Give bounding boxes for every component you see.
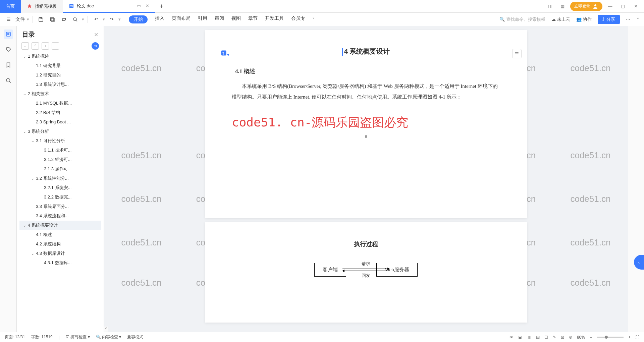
outline-item[interactable]: 3.2.2 数据完... (19, 192, 101, 202)
undo-icon[interactable]: ↶ (91, 15, 101, 24)
tab-document[interactable]: W 论文.doc ▭ ✕ (63, 0, 155, 13)
collapse-ribbon-icon[interactable]: ⌃ (636, 17, 640, 22)
outline-item[interactable]: 3.1.3 操作可... (19, 164, 101, 174)
outline-item[interactable]: 1.3 系统设计思... (19, 80, 101, 89)
outline-item[interactable]: 3.2.1 系统安... (19, 183, 101, 192)
outline-item[interactable]: ⌄2 相关技术 (19, 89, 101, 99)
cloud-status[interactable]: ☁未上云 (551, 16, 570, 22)
outline-icon[interactable] (4, 30, 13, 39)
outline-mode-icon[interactable]: ✎ (553, 335, 556, 340)
search-panel-icon[interactable] (4, 76, 13, 85)
tab-devtools[interactable]: 开发工具 (265, 15, 284, 23)
body-paragraph: 本系统采用 B/S 结构(Browser/Server, 浏览器/服务器结构) … (232, 81, 500, 102)
outline-item[interactable]: 3.3 系统界面分... (19, 202, 101, 211)
zoom-fit-icon[interactable]: ⊡ (561, 335, 564, 340)
outline-item[interactable]: 4.1 概述 (19, 230, 101, 239)
page-indicator[interactable]: 页面: 12/31 (5, 334, 25, 340)
menu-icon[interactable]: ☰ (4, 15, 13, 24)
zoom-level[interactable]: 80% (577, 335, 585, 340)
outline-item[interactable]: 1.1 研究背景 (19, 61, 101, 70)
close-outline-icon[interactable]: ✕ (94, 32, 98, 38)
compat-mode[interactable]: 兼容模式 (127, 334, 143, 340)
focus-mode-icon[interactable]: ▣ (518, 335, 522, 340)
redo-icon[interactable]: ↷ (107, 15, 116, 24)
tab-home[interactable]: 首页 (0, 0, 21, 13)
share-button[interactable]: ⤴分享 (598, 15, 620, 24)
save-as-icon[interactable] (48, 15, 57, 24)
collab-icon: 👥 (576, 17, 582, 22)
read-mode-icon[interactable]: ▯▯ (527, 335, 531, 340)
close-icon[interactable]: ✕ (146, 3, 149, 8)
tab-insert[interactable]: 插入 (155, 15, 164, 23)
fullscreen-icon[interactable]: ⛶ (635, 335, 639, 340)
print-icon[interactable] (59, 15, 68, 24)
paragraph-icon[interactable]: ¶▾ (220, 50, 229, 57)
tab-references[interactable]: 引用 (198, 15, 207, 23)
tab-review[interactable]: 审阅 (215, 15, 224, 23)
maximize-icon[interactable]: ▢ (618, 1, 628, 11)
tab-start[interactable]: 开始 (129, 15, 148, 23)
outline-item[interactable]: ⌄3.1 可行性分析 (19, 136, 101, 146)
collapse-all-icon[interactable]: ⌄ (21, 42, 29, 50)
file-menu[interactable]: 文件 (15, 16, 25, 22)
tag-icon[interactable] (4, 45, 13, 54)
outline-item[interactable]: ⌄4.3 数据库设计 (19, 249, 101, 258)
status-bar: 页面: 12/31 字数: 11519 | ☑ 拼写检查 ▾ 🔍 内容检查 ▾ … (0, 332, 644, 342)
scroll-top-icon[interactable]: ⌃ (104, 327, 108, 332)
zoom-out-icon[interactable]: − (590, 335, 592, 340)
save-icon[interactable] (36, 15, 46, 24)
outline-settings-icon[interactable]: ⟲ (92, 42, 99, 50)
outline-item[interactable]: ⌄3 系统分析 (19, 127, 101, 136)
cloud-icon: ☁ (551, 17, 556, 22)
outline-item[interactable]: 4.2 系统结构 (19, 239, 101, 249)
outline-item[interactable]: 2.2 B/S 结构 (19, 108, 101, 117)
preview-icon[interactable] (70, 15, 80, 24)
tab-member[interactable]: 会员专 (291, 15, 305, 23)
watermark-text: code51. cn-源码乐园盗图必究 (232, 114, 500, 131)
docer-icon (27, 4, 32, 9)
tab-present-icon[interactable]: ▭ (137, 3, 141, 8)
tab-page-layout[interactable]: 页面布局 (172, 15, 191, 23)
remove-heading-icon[interactable]: − (52, 42, 59, 50)
close-window-icon[interactable]: ✕ (631, 1, 641, 11)
bookmark-icon[interactable] (4, 60, 13, 70)
search-input[interactable]: 🔍 查找命令、搜索模板 (499, 16, 545, 22)
outline-item[interactable]: 2.3 Spring Boot ... (19, 117, 101, 127)
zoom-in-icon[interactable]: + (628, 335, 631, 340)
apps-icon[interactable]: ▦ (557, 1, 568, 11)
minimize-icon[interactable]: — (605, 1, 615, 11)
outline-item[interactable]: 3.4 系统流程和... (19, 211, 101, 221)
zoom-icon[interactable]: ⊙ (569, 335, 572, 340)
svg-rect-6 (62, 19, 65, 20)
outline-item[interactable]: 3.1.1 技术可... (19, 146, 101, 155)
diagram-title: 执行过程 (232, 240, 500, 248)
outline-item[interactable]: 3.1.2 经济可... (19, 155, 101, 164)
expand-all-icon[interactable]: ⌃ (32, 42, 39, 50)
tab-chapter[interactable]: 章节 (248, 15, 258, 23)
eye-mode-icon[interactable]: 👁 (509, 335, 514, 340)
spell-check-button[interactable]: ☑ 拼写检查 ▾ (66, 334, 90, 340)
word-count[interactable]: 字数: 11519 (31, 334, 53, 340)
outline-item[interactable]: 4.3.1 数据库... (19, 258, 101, 268)
avatar-icon (592, 3, 598, 9)
collab-button[interactable]: 👥协作 (576, 16, 592, 22)
document-canvas[interactable]: code51.cncode51.cncode51.cncode51.cncode… (104, 26, 628, 332)
outline-item[interactable]: ⌄3.2 系统性能分... (19, 174, 101, 183)
new-tab-button[interactable]: + (155, 3, 168, 10)
page-1: ¶▾ ☰ 4 系统概要设计 4.1 概述 本系统采用 B/S 结构(Browse… (205, 30, 527, 218)
content-check-button[interactable]: 🔍 内容检查 ▾ (96, 334, 121, 340)
page-options-icon[interactable]: ☰ (512, 49, 522, 58)
print-layout-icon[interactable]: ▤ (536, 335, 540, 340)
outline-item[interactable]: 1.2 研究目的 (19, 70, 101, 80)
outline-item[interactable]: ⌄4 系统概要设计 (19, 221, 101, 230)
more-icon[interactable]: ⋯ (626, 17, 630, 22)
outline-item[interactable]: 2.1 MYSQL 数据... (19, 99, 101, 108)
tab-view[interactable]: 视图 (231, 15, 241, 23)
add-heading-icon[interactable]: + (42, 42, 49, 50)
tab-template[interactable]: 找稻壳模板 (21, 0, 63, 13)
login-button[interactable]: 立即登录 (570, 2, 602, 11)
layout-icon[interactable]: ⫿⫿ (545, 1, 555, 11)
outline-item[interactable]: ⌄1 系统概述 (19, 52, 101, 61)
web-layout-icon[interactable]: ☐ (544, 335, 548, 340)
share-icon: ⤴ (602, 17, 605, 22)
